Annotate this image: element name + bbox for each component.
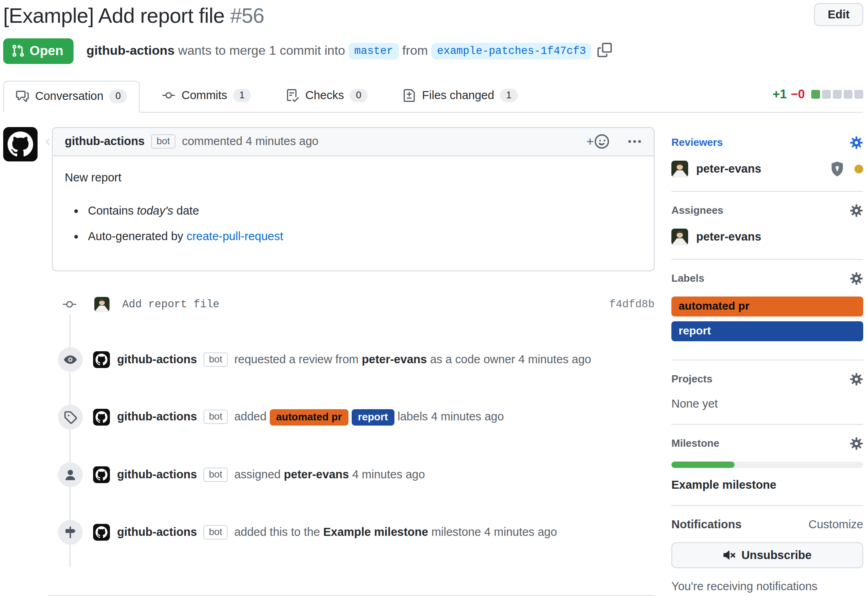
comment-header-actions: + (586, 134, 642, 149)
github-actions-avatar[interactable] (93, 409, 110, 426)
status-row: Open github-actions wants to merge 1 com… (3, 38, 863, 64)
milestone-link[interactable]: Example milestone (323, 525, 428, 538)
sidebar: Reviewers peter-evans Assignees (671, 127, 863, 597)
comment-bullet: Auto-generated by create-pull-request (84, 228, 642, 245)
kebab-menu-icon[interactable] (627, 134, 642, 149)
assignees-header: Assignees (671, 204, 863, 217)
milestone-header: Milestone (671, 437, 863, 450)
tab-conversation[interactable]: Conversation 0 (3, 81, 140, 113)
gear-icon[interactable] (850, 272, 863, 285)
merge-summary-text: wants to merge 1 commit into (178, 43, 345, 58)
edit-button[interactable]: Edit (814, 3, 863, 26)
label-chip-automated-pr[interactable]: automated pr (270, 409, 348, 426)
tab-files-changed[interactable]: Files changed 1 (390, 80, 531, 112)
tab-counter: 0 (109, 90, 127, 103)
status-badge-label: Open (30, 43, 63, 58)
commit-sha-link[interactable]: f4dfd8b (609, 298, 655, 310)
comment-meta: github-actionsbotcommented 4 minutes ago (65, 134, 319, 149)
unsubscribe-button[interactable]: Unsubscribe (671, 542, 863, 568)
bot-badge: bot (151, 134, 175, 149)
commit-message-link[interactable]: Add report file (122, 298, 219, 310)
diffstat[interactable]: +1 −0 (772, 87, 863, 112)
eye-icon (58, 347, 83, 372)
reviewers-header[interactable]: Reviewers (671, 136, 863, 149)
assignee-name-link[interactable]: peter-evans (696, 230, 761, 243)
gear-icon[interactable] (850, 437, 863, 450)
event-body-text: milestone 4 minutes ago (431, 525, 557, 538)
gear-icon[interactable] (850, 372, 863, 386)
plus-glyph: + (586, 134, 594, 149)
title-row: [Example] Add report file #56 Edit (3, 3, 863, 28)
git-commit-icon (162, 89, 175, 102)
label-chip-report[interactable]: report (352, 409, 394, 426)
github-actions-avatar[interactable] (93, 466, 110, 483)
pr-tab-bar: Conversation 0 Commits 1 Checks 0 Files … (3, 80, 863, 113)
pull-request-page: [Example] Add report file #56 Edit Open … (0, 3, 868, 597)
comment-header: github-actionsbotcommented 4 minutes ago… (53, 128, 654, 156)
add-reaction-button[interactable]: + (586, 134, 609, 149)
comment-body: New report Contains today's date Auto-ge… (53, 156, 654, 271)
unsubscribe-label: Unsubscribe (741, 549, 812, 562)
gear-icon[interactable] (850, 204, 863, 217)
reviewer-name-link[interactable]: peter-evans (696, 162, 761, 175)
event-body-text: labels 4 minutes ago (398, 410, 504, 423)
label-chip-report[interactable]: report (671, 321, 863, 341)
event-author-link[interactable]: github-actions (117, 410, 197, 423)
user-photo-icon (671, 229, 688, 245)
timeline-event-assigned: github-actionsbotassigned peter-evans 4 … (3, 462, 655, 487)
github-actions-avatar[interactable] (3, 127, 38, 161)
sidebar-section-projects: Projects None yet (671, 360, 863, 425)
reviewer-avatar[interactable] (671, 161, 688, 177)
file-diff-icon (403, 89, 416, 102)
reviewer-status (830, 161, 863, 177)
diff-block-neutral (822, 90, 831, 99)
pr-author-link[interactable]: github-actions (86, 43, 174, 58)
diff-block-added (811, 90, 820, 99)
comment-discussion-icon (16, 90, 29, 103)
event-author-link[interactable]: github-actions (117, 353, 197, 366)
shield-lock-icon (830, 161, 845, 177)
customize-link[interactable]: Customize (808, 518, 863, 531)
create-pull-request-link[interactable]: create-pull-request (187, 230, 283, 243)
label-chip-automated-pr[interactable]: automated pr (671, 297, 863, 316)
tab-checks[interactable]: Checks 0 (273, 80, 380, 112)
event-body-text: added this to the (234, 525, 320, 538)
milestone-icon (58, 520, 83, 545)
timeline: Add report file f4dfd8b github-actionsbo… (3, 295, 655, 567)
commit-author-avatar[interactable] (94, 297, 109, 312)
event-text: github-actionsbotadded automated pr repo… (117, 409, 504, 426)
labels-title: Labels (671, 272, 704, 285)
github-actions-avatar[interactable] (93, 351, 110, 368)
mute-icon (723, 549, 736, 561)
event-author-link[interactable]: github-actions (117, 525, 197, 538)
reviewer-link[interactable]: peter-evans (362, 353, 427, 366)
github-actions-avatar[interactable] (93, 524, 110, 541)
assignee-link[interactable]: peter-evans (284, 468, 349, 481)
copy-branch-icon[interactable] (597, 43, 612, 57)
tab-label: Commits (181, 89, 227, 102)
octocat-icon (96, 354, 108, 366)
head-branch-chip[interactable]: example-patches-1f47cf3 (431, 43, 591, 60)
tag-icon (58, 405, 83, 430)
assignee-avatar[interactable] (671, 229, 688, 245)
gear-icon[interactable] (850, 136, 863, 149)
milestone-name-link[interactable]: Example milestone (671, 478, 863, 492)
checklist-icon (286, 89, 299, 102)
event-author-link[interactable]: github-actions (117, 468, 197, 481)
assignees-title: Assignees (671, 204, 723, 217)
comment-author-link[interactable]: github-actions (65, 135, 145, 147)
tab-commits[interactable]: Commits 1 (149, 80, 264, 112)
bot-badge: bot (203, 352, 228, 367)
sidebar-section-labels: Labels automated pr report (671, 260, 863, 360)
comment-paragraph: New report (65, 169, 642, 187)
content-columns: github-actionsbotcommented 4 minutes ago… (3, 127, 863, 597)
bullet-italic-text: today's (137, 204, 173, 217)
comment-timestamp-link[interactable]: commented 4 minutes ago (182, 135, 319, 147)
bullet-text: date (177, 204, 199, 217)
smiley-icon (595, 134, 609, 149)
pr-number: #56 (230, 4, 264, 27)
event-body-text: assigned (234, 468, 281, 481)
milestone-title: Milestone (671, 437, 719, 450)
merge-from-text: from (402, 43, 428, 58)
base-branch-chip[interactable]: master (348, 43, 398, 60)
